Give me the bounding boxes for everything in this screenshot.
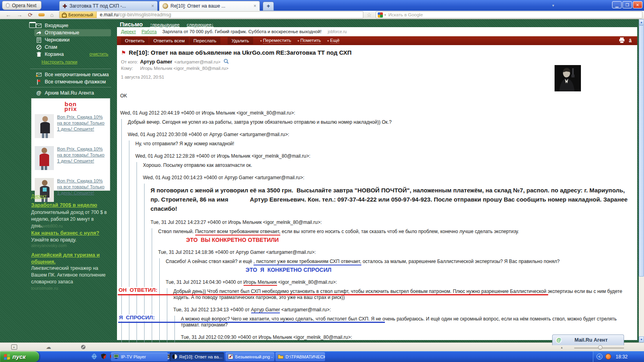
quicklaunch-shield-icon[interactable]	[100, 353, 107, 360]
envelope-icon	[36, 23, 42, 28]
new-tab-button[interactable]: +	[263, 2, 274, 11]
task-paint[interactable]: Безымянный.png - P...	[226, 352, 274, 361]
sidebar-item-agent-archive[interactable]: @ Архив Mail.Ru Агента	[34, 89, 118, 97]
to-value: Игорь Мельник <igor_melnik_80@mail.ru>	[140, 66, 228, 71]
tab-overflow-chevron-icon[interactable]: ▾	[552, 3, 554, 8]
sidebar-filter-unread[interactable]: Все непрочитанные письма	[34, 71, 118, 78]
ad-link[interactable]: Bon Prix. Скидка 10% на все товары! Толь…	[57, 146, 107, 170]
mail-body: OK Wed, 01 Aug 2012 20:44:19 +0400 от Иг…	[117, 86, 637, 356]
divider	[30, 69, 111, 69]
quote-date: Wed, 01 Aug 2012 12:28:28 +0400 от Игорь…	[135, 153, 632, 159]
clear-trash-link[interactable]: очистить	[89, 51, 108, 56]
tab-close-icon[interactable]: ×	[254, 3, 256, 9]
reply-all-button[interactable]: Ответить всем	[149, 37, 188, 44]
zoom-menu-icon[interactable]: ▴	[561, 346, 563, 349]
unread-envelope-icon	[36, 72, 42, 77]
scroll-up-icon[interactable]: ▲	[639, 19, 644, 25]
flag-icon[interactable]: ⚑	[121, 49, 126, 56]
prev-message-link[interactable]: ↑предыдущее	[150, 22, 180, 27]
ad-item[interactable]: Bon Prix. Скидка 10% на все товары! Толь…	[35, 114, 107, 138]
sidebar-item-drafts[interactable]: Черновики	[34, 36, 111, 44]
opera-menu-button[interactable]: Opera Next	[2, 1, 42, 10]
security-badge[interactable]: Безопасный	[59, 12, 97, 18]
titlebar: Opera Next ✚ Заготовка ТТ под СХП -... ×…	[0, 0, 644, 11]
reload-icon[interactable]: ⟳	[28, 12, 33, 18]
ad-link[interactable]: Bon Prix. Скидка 10% на все товары! Толь…	[57, 178, 107, 202]
task-folder[interactable]: D:\ТРАВМАТИЧЕСКО...	[275, 352, 325, 361]
scrollbar[interactable]: ▲ ▼	[639, 19, 644, 342]
minimize-button[interactable]: ▁	[612, 1, 622, 8]
tab-zagotovka[interactable]: ✚ Заготовка ТТ под СХП -... ×	[59, 1, 158, 11]
url-field[interactable]: Безопасный e.mail.ru/cgi-bin/msglist#rea…	[59, 11, 363, 18]
sidebar-item-spam[interactable]: Спам	[34, 44, 111, 51]
direct-ad-title[interactable]: Английский для туризма и общения.	[31, 251, 103, 265]
sidebar-item-label: Архив Mail.Ru Агента	[45, 90, 94, 96]
annotation-blue-line	[118, 322, 385, 323]
sidebar-item-label: Спам	[45, 44, 57, 50]
move-dropdown[interactable]: ▾Переместить	[260, 38, 291, 44]
print-icon[interactable]	[619, 38, 625, 44]
direct-link[interactable]: Директ	[121, 29, 136, 34]
addressbar: ← → ⟳ ⌂ Безопасный e.mail.ru/cgi-bin/msg…	[0, 11, 644, 19]
panels-toggle-icon[interactable]: ▸	[11, 344, 17, 350]
search-input[interactable]	[388, 12, 642, 18]
home-icon[interactable]: ⌂	[50, 12, 54, 18]
turbo-key-icon[interactable]	[38, 13, 45, 16]
blue-underlined-name: Артур Gamer	[251, 307, 280, 313]
scroll-thumb[interactable]	[639, 25, 644, 277]
mark-dropdown[interactable]: ▾Пометить	[297, 38, 321, 44]
to-label: Кому:	[121, 66, 140, 71]
annotation-red-line	[118, 294, 548, 295]
sidebar-item-sent[interactable]: Отправленные	[34, 29, 111, 36]
tray-agent-icon[interactable]	[605, 354, 611, 360]
tab-favicon-cross-icon: ✚	[63, 4, 67, 9]
subject: Re[10]: Ответ на ваше объявление на UkrG…	[129, 49, 352, 56]
quote-date: Wed, 01 Aug 2012 20:44:19 +0400 от Игорь…	[120, 110, 632, 116]
close-button[interactable]: ✕	[633, 1, 642, 8]
ad-link[interactable]: Bon Prix. Скидка 10% на все товары! Толь…	[57, 114, 107, 138]
tray-collapse-icon[interactable]: <	[596, 354, 602, 360]
quicklaunch-globe-icon[interactable]	[91, 353, 97, 360]
sidebar-item-inbox[interactable]: Входящие	[34, 22, 111, 29]
setup-folders-link[interactable]: Настроить папки	[42, 59, 77, 64]
url-host: e.mail.ru	[100, 12, 118, 18]
bookmark-star-icon[interactable]: ☆	[367, 12, 372, 18]
delete-button[interactable]: Удалить	[228, 37, 253, 44]
sidebar-filter-flagged[interactable]: Все отмеченные флажком	[34, 78, 118, 85]
dropdown-arrow-icon: ▾	[327, 39, 329, 43]
direct-link[interactable]: Директ	[31, 194, 47, 199]
clock[interactable]: 18:32	[616, 354, 628, 360]
search-sender-icon[interactable]	[224, 59, 229, 65]
next-message-link[interactable]: следующее↓	[187, 22, 214, 27]
cloud-icon[interactable]: ☁	[46, 344, 51, 350]
security-badge-label: Безопасный	[68, 12, 93, 17]
forward-button[interactable]: Переслать	[190, 37, 220, 44]
quote-text: Спасибо! А сейчас ствол какой? и ещё , п…	[166, 259, 632, 265]
search-box[interactable]: ▾	[376, 11, 642, 18]
quote-text: Добрый вечер. Сегодня не успел из-за раб…	[128, 119, 632, 125]
more-dropdown[interactable]: ▾Ещё	[327, 38, 340, 44]
tab-re10-active[interactable]: @ Re[10]: Ответ на ваше ... ×	[159, 1, 260, 11]
search-engine-dropdown-icon[interactable]: ▾	[384, 13, 386, 17]
direct-ad-title[interactable]: Заработай 700$ в неделю	[31, 202, 97, 208]
mailru-agent-popup[interactable]: @ Mail.Ru Агент	[552, 334, 624, 345]
tab-close-icon[interactable]: ×	[151, 3, 154, 9]
ad-item[interactable]: Bon Prix. Скидка 10% на все товары! Толь…	[35, 146, 107, 170]
url-path: /cgi-bin/msglist#readmsg	[118, 12, 171, 18]
scroll-down-icon[interactable]: ▼	[639, 336, 644, 342]
back-icon[interactable]: ←	[6, 12, 11, 18]
zoom-slider-knob[interactable]	[598, 345, 602, 350]
rabota-link[interactable]: Работа	[141, 29, 157, 34]
forward-icon[interactable]: →	[17, 12, 22, 18]
opera-link-icon[interactable]	[81, 344, 86, 350]
direct-ad-url: alexyanovsky.com	[31, 243, 67, 248]
direct-ad-title[interactable]: Как начать бизнес с нуля?	[31, 230, 99, 236]
task-iptv[interactable]: IP-TV Player	[111, 352, 168, 361]
reply-button[interactable]: Ответить	[121, 37, 149, 44]
from-name[interactable]: Артур Gamer	[140, 59, 172, 65]
encoding-icon[interactable]: â	[629, 38, 632, 44]
restore-button[interactable]: ❐	[622, 1, 632, 8]
taskbar: пуск ϟ tv IP-TV Player Re[10]: Ответ на …	[0, 351, 644, 362]
task-re10-active[interactable]: Re[10]: Ответ на ва...	[170, 352, 224, 361]
start-button[interactable]: пуск	[0, 351, 39, 362]
